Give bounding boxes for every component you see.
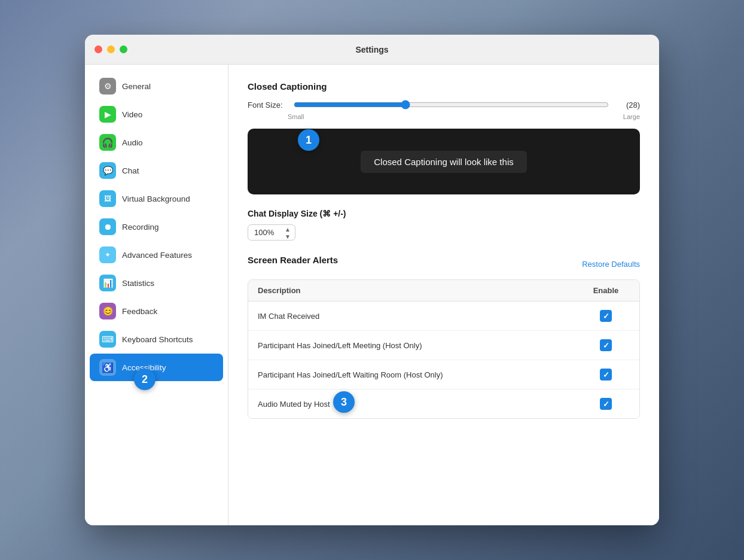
col-description-header: Description	[258, 286, 582, 295]
slider-max-label: Large	[623, 113, 640, 120]
alerts-table: Description Enable IM Chat Received Part…	[248, 279, 640, 419]
checkbox-3[interactable]	[600, 398, 612, 410]
checkbox-0[interactable]	[600, 310, 612, 322]
sidebar-item-general[interactable]: ⚙ General	[90, 72, 223, 100]
screen-reader-header: Screen Reader Alerts Restore Defaults	[248, 255, 640, 273]
sidebar-label-keyboard-shortcuts: Keyboard Shortcuts	[122, 335, 193, 344]
settings-window: Settings ⚙ General ▶ Video 🎧 Audio 💬 Cha…	[85, 35, 659, 525]
slider-min-label: Small	[288, 113, 304, 120]
advanced-features-icon: ✦	[99, 246, 116, 263]
traffic-lights	[94, 45, 127, 53]
statistics-icon: 📊	[99, 275, 116, 291]
font-size-row: Font Size: (28)	[248, 100, 640, 109]
window-title: Settings	[355, 45, 388, 54]
row-enable-1	[582, 339, 630, 351]
sidebar-item-virtual-background[interactable]: 🖼 Virtual Background	[90, 185, 223, 212]
row-description-2: Participant Has Joined/Left Waiting Room…	[258, 370, 582, 379]
sidebar: ⚙ General ▶ Video 🎧 Audio 💬 Chat 🖼 Virtu…	[85, 65, 228, 525]
sidebar-label-audio: Audio	[122, 138, 143, 147]
chat-display-select[interactable]: 75% 100% 125% 150%	[248, 224, 295, 241]
checkbox-1[interactable]	[600, 339, 612, 351]
table-row: Participant Has Joined/Left Meeting (Hos…	[248, 331, 639, 360]
general-icon: ⚙	[99, 78, 116, 95]
sidebar-item-audio[interactable]: 🎧 Audio	[90, 129, 223, 156]
sidebar-label-video: Video	[122, 110, 142, 119]
table-header: Description Enable	[248, 280, 639, 302]
row-enable-2	[582, 369, 630, 381]
maximize-button[interactable]	[120, 45, 127, 53]
sidebar-item-keyboard-shortcuts[interactable]: ⌨ Keyboard Shortcuts	[90, 325, 223, 353]
sidebar-label-feedback: Feedback	[122, 307, 157, 316]
table-body: IM Chat Received Participant Has Joined/…	[248, 302, 639, 418]
slider-container	[294, 100, 609, 109]
row-description-1: Participant Has Joined/Left Meeting (Hos…	[258, 341, 582, 350]
step-badge-3: 3	[333, 391, 355, 413]
keyboard-shortcuts-icon: ⌨	[99, 331, 116, 348]
sidebar-item-feedback[interactable]: 😊 Feedback	[90, 297, 223, 325]
chat-icon: 💬	[99, 162, 116, 179]
row-description-3: Audio Muted by Host	[258, 400, 582, 409]
sidebar-label-recording: Recording	[122, 223, 159, 232]
content-area: ⚙ General ▶ Video 🎧 Audio 💬 Chat 🖼 Virtu…	[85, 65, 659, 525]
main-content: Closed Captioning Font Size: (28) Small …	[228, 65, 659, 525]
title-bar: Settings	[85, 35, 659, 65]
chat-display-section: Chat Display Size (⌘ +/-) 75% 100% 125% …	[248, 209, 640, 241]
checkbox-2[interactable]	[600, 369, 612, 381]
font-size-value: (28)	[616, 101, 640, 109]
sidebar-item-accessibility[interactable]: ♿ Accessibility	[90, 354, 223, 381]
table-row: IM Chat Received	[248, 302, 639, 331]
caption-preview-text: Closed Captioning will look like this	[361, 151, 526, 173]
close-button[interactable]	[94, 45, 102, 53]
sidebar-label-virtual-background: Virtual Background	[122, 194, 190, 203]
screen-reader-alerts-section: Screen Reader Alerts Restore Defaults De…	[248, 255, 640, 419]
minimize-button[interactable]	[107, 45, 115, 53]
font-size-slider[interactable]	[294, 100, 609, 109]
closed-captioning-title: Closed Captioning	[248, 81, 640, 92]
sidebar-label-statistics: Statistics	[122, 279, 154, 288]
row-enable-0	[582, 310, 630, 322]
restore-defaults-link[interactable]: Restore Defaults	[582, 260, 640, 269]
chat-display-title: Chat Display Size (⌘ +/-)	[248, 209, 640, 218]
table-row: Audio Muted by Host	[248, 389, 639, 418]
sidebar-label-advanced-features: Advanced Features	[122, 251, 192, 260]
font-size-label: Font Size:	[248, 101, 286, 109]
table-row: Participant Has Joined/Left Waiting Room…	[248, 360, 639, 389]
step-badge-2: 2	[134, 369, 155, 390]
feedback-icon: 😊	[99, 303, 116, 319]
virtual-background-icon: 🖼	[99, 190, 116, 207]
row-description-0: IM Chat Received	[258, 312, 582, 321]
screen-reader-alerts-title: Screen Reader Alerts	[248, 255, 338, 265]
step-badge-1: 1	[298, 129, 319, 151]
sidebar-item-statistics[interactable]: 📊 Statistics	[90, 269, 223, 297]
video-icon: ▶	[99, 106, 116, 123]
sidebar-item-video[interactable]: ▶ Video	[90, 101, 223, 128]
accessibility-icon: ♿	[99, 359, 116, 376]
chat-display-select-wrapper: 75% 100% 125% 150% ▲ ▼	[248, 224, 295, 241]
slider-labels: Small Large	[248, 113, 640, 120]
sidebar-label-general: General	[122, 82, 151, 91]
sidebar-item-advanced-features[interactable]: ✦ Advanced Features	[90, 241, 223, 269]
sidebar-label-chat: Chat	[122, 166, 139, 175]
sidebar-item-recording[interactable]: ⏺ Recording	[90, 213, 223, 241]
audio-icon: 🎧	[99, 134, 116, 151]
col-enable-header: Enable	[582, 286, 630, 295]
recording-icon: ⏺	[99, 218, 116, 235]
row-enable-3	[582, 398, 630, 410]
sidebar-item-chat[interactable]: 💬 Chat	[90, 157, 223, 184]
